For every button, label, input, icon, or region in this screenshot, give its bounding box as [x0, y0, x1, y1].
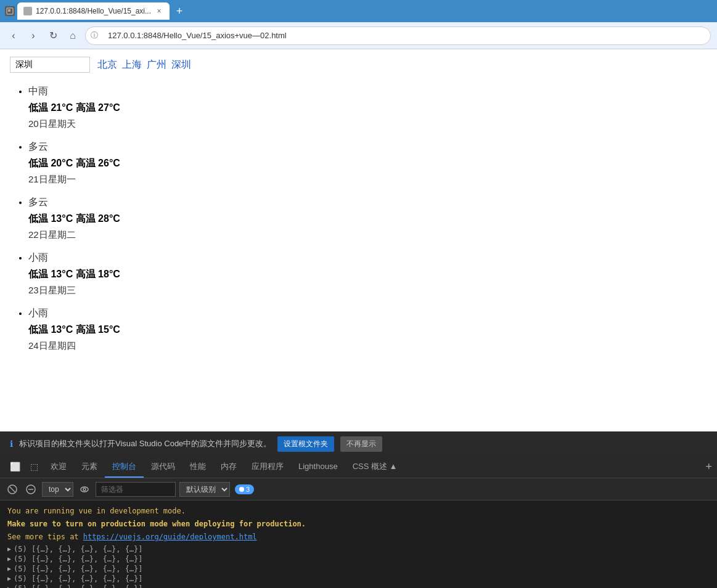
- message-count-badge: 3: [235, 484, 254, 494]
- city-link-shenzhen[interactable]: 深圳: [171, 59, 191, 71]
- console-line: See more tips at https://vuejs.org/guide…: [7, 531, 710, 543]
- info-icon: ℹ: [10, 439, 13, 449]
- tab-elements-label: 元素: [81, 461, 97, 472]
- badge: 3: [235, 484, 254, 494]
- url-text: 127.0.0.1:8848/Hello_Vue/15_axios+vue—02…: [108, 31, 287, 40]
- list-item: 多云 低温 13°C 高温 28°C 22日星期二: [28, 194, 707, 243]
- console-line: Make sure to turn on production mode whe…: [7, 518, 710, 530]
- log-level-selector[interactable]: 默认级别: [179, 482, 230, 497]
- badge-count: 3: [246, 486, 250, 493]
- refresh-button[interactable]: ↻: [46, 28, 60, 43]
- devtools-notification: ℹ 标识项目的根文件夹以打开Visual Studio Code中的源文件并同步…: [0, 431, 717, 456]
- tab-device-toggle[interactable]: ⬜: [5, 456, 25, 478]
- browser-tab[interactable]: 127.0.0.1:8848/Hello_Vue/15_axi... ×: [17, 2, 170, 20]
- tab-welcome[interactable]: 欢迎: [43, 456, 74, 478]
- expand-arrow[interactable]: ▶: [7, 545, 11, 552]
- back-button[interactable]: ‹: [6, 28, 21, 43]
- console-object-text: (5) [{…}, {…}, {…}, {…}, {…}]: [14, 584, 143, 588]
- tab-lighthouse[interactable]: Lighthouse: [291, 456, 345, 478]
- console-object-text: (5) [{…}, {…}, {…}, {…}, {…}]: [14, 545, 143, 553]
- console-object-line: ▶ (5) [{…}, {…}, {…}, {…}, {…}]: [7, 565, 710, 573]
- forward-button[interactable]: ›: [26, 28, 41, 43]
- weather-type: 多云: [28, 194, 707, 210]
- tab-css-overview[interactable]: CSS 概述 ▲: [345, 456, 405, 478]
- svg-line-3: [10, 487, 15, 492]
- search-input[interactable]: [10, 57, 90, 73]
- tab-lighthouse-label: Lighthouse: [298, 462, 338, 471]
- list-item: 中雨 低温 21°C 高温 27°C 20日星期天: [28, 83, 707, 132]
- weather-date: 24日星期四: [28, 338, 707, 354]
- add-panel-button[interactable]: +: [705, 460, 712, 473]
- city-link-shanghai[interactable]: 上海: [122, 59, 142, 71]
- console-object-line: ▶ (5) [{…}, {…}, {…}, {…}, {…}]: [7, 555, 710, 563]
- expand-arrow[interactable]: ▶: [7, 575, 11, 582]
- no-icon-button[interactable]: [23, 482, 38, 497]
- console-object-text: (5) [{…}, {…}, {…}, {…}, {…}]: [14, 555, 143, 563]
- list-item: 多云 低温 20°C 高温 26°C 21日星期一: [28, 138, 707, 187]
- tab-application-label: 应用程序: [252, 461, 284, 472]
- list-item: 小雨 低温 13°C 高温 18°C 23日星期三: [28, 249, 707, 298]
- tab-close-button[interactable]: ×: [155, 7, 163, 15]
- inspect-icon: ⬚: [30, 462, 38, 472]
- city-link-guangzhou[interactable]: 广州: [147, 59, 166, 71]
- svg-point-7: [83, 488, 86, 491]
- tab-performance[interactable]: 性能: [182, 456, 213, 478]
- devtools-toolbar: top 默认级别 3: [0, 478, 717, 500]
- svg-point-6: [81, 487, 88, 492]
- console-object-text: (5) [{…}, {…}, {…}, {…}, {…}]: [14, 574, 143, 583]
- dismiss-button[interactable]: 不再显示: [340, 436, 382, 452]
- expand-arrow[interactable]: ▶: [7, 585, 11, 588]
- tab-memory-label: 内存: [221, 461, 237, 472]
- tab-sources[interactable]: 源代码: [144, 456, 182, 478]
- context-selector[interactable]: top: [42, 482, 73, 497]
- tab-performance-label: 性能: [190, 461, 206, 472]
- weather-list: 中雨 低温 21°C 高温 27°C 20日星期天 多云 低温 20°C 高温 …: [10, 83, 707, 353]
- tab-inspect[interactable]: ⬚: [25, 456, 43, 478]
- set-root-button[interactable]: 设置根文件夹: [277, 436, 334, 452]
- tab-favicon: [23, 7, 32, 15]
- list-item: 小雨 低温 13°C 高温 15°C 24日星期四: [28, 304, 707, 354]
- browser-title-bar: 127.0.0.1:8848/Hello_Vue/15_axi... × +: [0, 0, 717, 22]
- eye-button[interactable]: [77, 482, 92, 497]
- weather-date: 22日星期二: [28, 227, 707, 243]
- expand-arrow[interactable]: ▶: [7, 555, 11, 562]
- new-tab-button[interactable]: +: [172, 4, 187, 18]
- weather-type: 多云: [28, 138, 707, 155]
- weather-temp: 低温 13°C 高温 15°C: [28, 321, 707, 338]
- devtools-tabs: ⬜ ⬚ 欢迎 元素 控制台 源代码 性能 内存 应用程序 Lighthouse …: [0, 456, 717, 478]
- weather-date: 23日星期三: [28, 282, 707, 298]
- url-bar[interactable]: ⓘ 127.0.0.1:8848/Hello_Vue/15_axios+vue—…: [85, 27, 711, 45]
- tab-console[interactable]: 控制台: [105, 456, 144, 478]
- console-object-line: ▶ (5) [{…}, {…}, {…}, {…}, {…}]: [7, 574, 710, 583]
- weather-type: 中雨: [28, 83, 707, 99]
- device-toggle-icon: ⬜: [10, 462, 20, 472]
- weather-temp: 低温 13°C 高温 28°C: [28, 210, 707, 227]
- address-bar: ‹ › ↻ ⌂ ⓘ 127.0.0.1:8848/Hello_Vue/15_ax…: [0, 22, 717, 49]
- tab-console-label: 控制台: [112, 461, 136, 472]
- weather-date: 20日星期天: [28, 116, 707, 132]
- window-control[interactable]: [5, 6, 15, 16]
- console-object-line: ▶ (5) [{…}, {…}, {…}, {…}, {…}]: [7, 584, 710, 588]
- notification-text: 标识项目的根文件夹以打开Visual Studio Code中的源文件并同步更改…: [19, 438, 271, 449]
- weather-temp: 低温 21°C 高温 27°C: [28, 99, 707, 116]
- home-button[interactable]: ⌂: [65, 28, 80, 43]
- tab-memory[interactable]: 内存: [213, 456, 244, 478]
- weather-date: 21日星期一: [28, 171, 707, 187]
- search-area: 北京 上海 广州 深圳: [10, 57, 707, 73]
- tab-sources-label: 源代码: [151, 461, 175, 472]
- page-content: 北京 上海 广州 深圳 中雨 低温 21°C 高温 27°C 20日星期天 多云…: [0, 49, 717, 431]
- expand-arrow[interactable]: ▶: [7, 565, 11, 572]
- tab-application[interactable]: 应用程序: [244, 456, 291, 478]
- svg-rect-1: [8, 9, 10, 12]
- lock-icon: ⓘ: [91, 30, 98, 41]
- console-output: You are running vue in development mode.…: [0, 500, 717, 588]
- city-link-beijing[interactable]: 北京: [97, 59, 117, 71]
- console-object-text: (5) [{…}, {…}, {…}, {…}, {…}]: [14, 565, 143, 573]
- clear-console-button[interactable]: [5, 482, 20, 497]
- filter-input[interactable]: [96, 482, 176, 497]
- badge-dot: [239, 487, 244, 492]
- console-object-line: ▶ (5) [{…}, {…}, {…}, {…}, {…}]: [7, 545, 710, 553]
- tab-welcome-label: 欢迎: [51, 461, 67, 472]
- console-link[interactable]: https://vuejs.org/guide/deployment.html: [83, 533, 257, 541]
- tab-elements[interactable]: 元素: [74, 456, 105, 478]
